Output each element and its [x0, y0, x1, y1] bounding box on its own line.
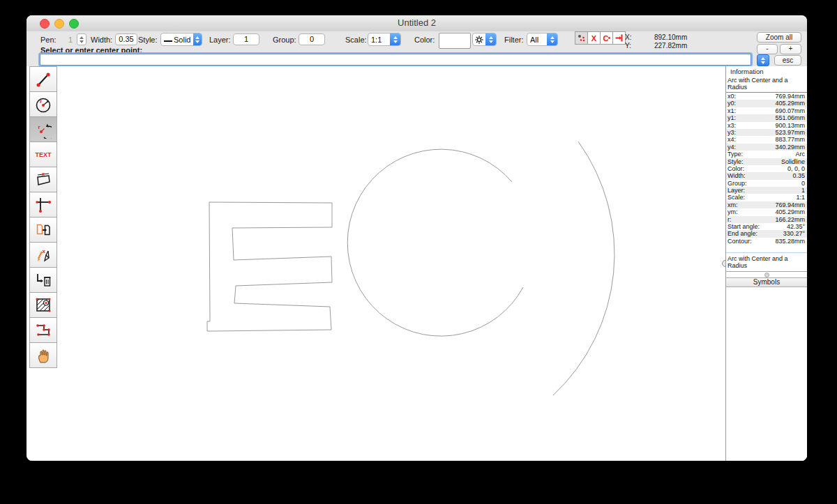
x-icon: X — [589, 33, 598, 43]
tool-hatch[interactable] — [29, 292, 57, 318]
tool-pan[interactable] — [29, 342, 57, 368]
chevron-updown-icon — [193, 33, 202, 45]
info-row: xm:769.94mm — [726, 201, 807, 208]
arc-radius-icon: r — [35, 121, 52, 139]
toolbar: Pen: 1 Width: 0.35 Style: Solid Layer: 1… — [27, 31, 807, 67]
scale-select[interactable]: 1:1 — [368, 33, 401, 46]
letter-E-outline[interactable] — [207, 202, 332, 331]
cursor-x-label: X: — [625, 33, 631, 41]
dimension-quad-icon: x — [35, 171, 52, 189]
scale-value: 1:1 — [368, 36, 390, 44]
info-row: x3:900.13mm — [726, 122, 807, 129]
snap-button-group: X C — [575, 31, 626, 45]
tool-arc-center-radius[interactable]: r — [29, 116, 57, 142]
color-swatch-button[interactable] — [439, 33, 471, 49]
pen-label: Pen: — [40, 36, 56, 44]
svg-text:X: X — [591, 34, 597, 43]
info-row: Color:0, 0, 0 — [726, 165, 807, 172]
splitter-dot-icon — [764, 273, 769, 277]
info-row: y3:523.97mm — [726, 129, 807, 136]
info-row: x0:769.94mm — [726, 93, 807, 100]
delete-trash-icon — [35, 271, 52, 289]
zoom-out-button[interactable]: - — [757, 44, 778, 54]
info-row: x4:883.77mm — [726, 136, 807, 143]
cursor-y-label: Y: — [625, 42, 631, 49]
info-row: r:166.22mm — [726, 216, 807, 223]
width-field[interactable]: 0.35 — [115, 33, 137, 45]
open-circle-arc[interactable] — [347, 149, 523, 336]
tool-text[interactable]: TEXT — [29, 142, 57, 167]
filter-label: Filter: — [504, 36, 524, 44]
symbols-header[interactable]: Symbols — [726, 277, 807, 287]
line-icon — [35, 70, 52, 89]
info-row: y1:551.06mm — [726, 114, 807, 121]
circle-radius-icon: r — [35, 96, 52, 114]
svg-text:C: C — [603, 34, 609, 43]
svg-text:r: r — [40, 98, 42, 105]
info-row: ym:405.29mm — [726, 208, 807, 215]
esc-button[interactable]: esc — [774, 55, 801, 66]
tool-dimension-quad[interactable]: x — [29, 167, 57, 192]
tool-line[interactable] — [29, 66, 57, 92]
zoom-in-button[interactable]: + — [780, 44, 801, 54]
symbols-splitter[interactable] — [726, 272, 807, 277]
info-row: x1:690.07mm — [726, 107, 807, 114]
info-row: Layer:1 — [726, 187, 807, 194]
snap-delete-button[interactable]: X — [587, 31, 601, 45]
corner-trim-icon — [35, 196, 52, 214]
info-row: Contour:835.28mm — [726, 238, 807, 245]
layer-label: Layer: — [209, 36, 231, 44]
filter-value: All — [527, 36, 547, 44]
tool-modify-pen[interactable]: x — [29, 242, 57, 268]
width-label: Width: — [91, 36, 112, 44]
copy-icon — [35, 221, 52, 239]
zoom-all-button[interactable]: Zoom all — [757, 32, 801, 43]
app-window: Untitled 2 Pen: 1 Width: 0.35 Style: Sol… — [27, 15, 807, 461]
info-panel-title: Information — [726, 66, 807, 76]
titlebar[interactable]: Untitled 2 — [27, 15, 807, 32]
info-row: End angle:330.27° — [726, 230, 807, 237]
tool-palette: r r TEXT x x — [29, 66, 57, 368]
tool-polyline[interactable] — [29, 317, 57, 343]
drawing-canvas[interactable] — [27, 66, 725, 461]
cursor-y-value: 227.82mm — [654, 42, 687, 49]
snap-center-button[interactable]: C — [600, 31, 613, 45]
large-right-arc[interactable] — [553, 142, 614, 395]
tool-copy-object[interactable] — [29, 217, 57, 243]
svg-text:r: r — [38, 124, 40, 130]
color-label: Color: — [414, 36, 435, 44]
info-panel-subtitle: Arc with Center and a Radius — [726, 76, 807, 93]
tool-circle-center-radius[interactable]: r — [29, 91, 57, 117]
scale-label: Scale: — [345, 36, 367, 44]
group-field[interactable]: 0 — [299, 33, 325, 45]
svg-text:x: x — [43, 247, 46, 254]
center-icon: C — [602, 33, 611, 43]
window-title: Untitled 2 — [27, 17, 807, 28]
prompt-history-stepper[interactable] — [757, 54, 769, 66]
info-row: Type:Arc — [726, 151, 807, 158]
style-label: Style: — [138, 36, 158, 44]
info-row: Scale:1:1 — [726, 194, 807, 201]
chevron-updown-icon — [485, 33, 496, 45]
tool-corner-trim[interactable] — [29, 192, 57, 217]
main-area: r r TEXT x x — [27, 66, 807, 461]
pen-stepper[interactable] — [77, 33, 86, 45]
snap-points-button[interactable] — [575, 31, 588, 45]
info-row: y4:340.29mm — [726, 144, 807, 151]
snap-perpendicular-button[interactable] — [612, 31, 626, 45]
text-icon: TEXT — [35, 151, 51, 158]
layer-field[interactable]: 1 — [233, 33, 259, 45]
style-select[interactable]: Solid — [160, 33, 202, 46]
info-row: Width:0.35 — [726, 172, 807, 179]
info-panel-divider — [726, 245, 807, 253]
pen-settings-button[interactable] — [472, 33, 497, 46]
chevron-updown-icon — [390, 33, 400, 45]
command-input[interactable] — [40, 54, 751, 66]
cursor-x-value: 892.10mm — [654, 33, 687, 41]
tool-delete-object[interactable] — [29, 267, 57, 293]
style-line-sample: Solid — [161, 36, 193, 44]
group-label: Group: — [273, 36, 296, 44]
info-row: y0:405.29mm — [726, 100, 807, 107]
filter-select[interactable]: All — [527, 33, 558, 46]
information-panel: Information Arc with Center and a Radius… — [725, 66, 807, 461]
